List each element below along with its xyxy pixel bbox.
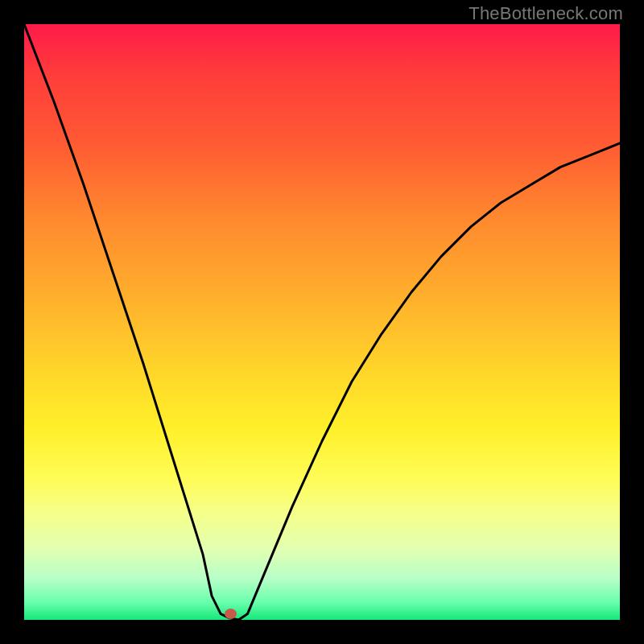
optimum-point-icon [225,609,237,619]
bottleneck-curve [24,24,620,620]
watermark-label: TheBottleneck.com [469,3,623,24]
plot-area [24,24,620,620]
chart-frame: TheBottleneck.com [0,0,644,644]
